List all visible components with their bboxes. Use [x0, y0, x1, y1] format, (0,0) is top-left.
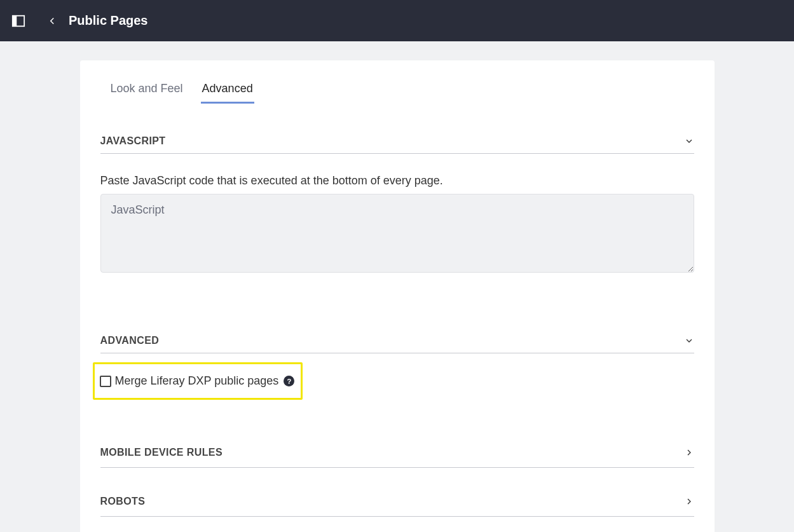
merge-pages-row: Merge Liferay DXP public pages ?: [93, 362, 303, 400]
page-title: Public Pages: [69, 13, 148, 28]
chevron-right-icon: [684, 447, 694, 458]
panel-icon[interactable]: [11, 14, 25, 28]
section-mobile-device-rules: MOBILE DEVICE RULES: [100, 438, 694, 468]
tab-look-and-feel[interactable]: Look and Feel: [109, 78, 184, 104]
merge-pages-checkbox[interactable]: [100, 376, 111, 387]
main-panel: Look and Feel Advanced JAVASCRIPT Paste …: [80, 60, 715, 532]
back-button[interactable]: [44, 13, 60, 29]
chevron-right-icon: [684, 496, 694, 507]
content-area: JAVASCRIPT Paste JavaScript code that is…: [80, 104, 715, 532]
section-title-robots: ROBOTS: [100, 496, 146, 507]
tab-advanced[interactable]: Advanced: [201, 78, 254, 104]
section-body-javascript: Paste JavaScript code that is executed a…: [100, 174, 694, 293]
section-title-advanced: ADVANCED: [100, 335, 160, 346]
section-header-javascript[interactable]: JAVASCRIPT: [100, 129, 694, 153]
section-header-mobile[interactable]: MOBILE DEVICE RULES: [100, 438, 694, 467]
section-advanced: ADVANCED: [100, 329, 694, 353]
help-icon[interactable]: ?: [284, 376, 294, 386]
javascript-description: Paste JavaScript code that is executed a…: [100, 174, 694, 188]
app-header: Public Pages: [0, 0, 794, 41]
svg-rect-1: [13, 15, 17, 26]
section-body-advanced: Merge Liferay DXP public pages ?: [100, 353, 694, 419]
section-header-advanced[interactable]: ADVANCED: [100, 329, 694, 353]
section-header-robots[interactable]: ROBOTS: [100, 487, 694, 516]
section-robots: ROBOTS: [100, 487, 694, 517]
chevron-down-icon: [684, 336, 694, 346]
merge-pages-label: Merge Liferay DXP public pages: [115, 374, 279, 388]
chevron-down-icon: [684, 136, 694, 146]
section-title-mobile: MOBILE DEVICE RULES: [100, 447, 223, 458]
section-javascript: JAVASCRIPT: [100, 129, 694, 154]
section-title-javascript: JAVASCRIPT: [100, 135, 166, 147]
javascript-input[interactable]: [100, 194, 694, 273]
tabs: Look and Feel Advanced: [80, 60, 715, 104]
